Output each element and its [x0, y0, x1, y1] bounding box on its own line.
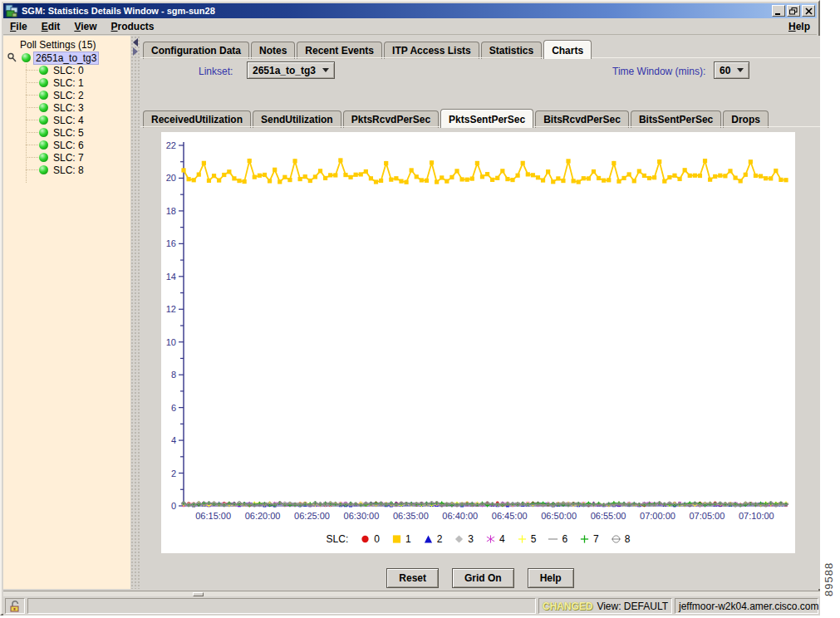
help-button[interactable]: Help — [528, 568, 574, 588]
split-pane-divider[interactable] — [130, 36, 140, 589]
legend-item-label: 8 — [625, 533, 631, 545]
changed-badge: CHANGED — [543, 601, 593, 612]
chart-tab-drops[interactable]: Drops — [723, 110, 769, 128]
green-ball-icon — [39, 128, 48, 137]
view-label: View: DEFAULT — [597, 601, 668, 612]
tree-connector — [26, 70, 38, 71]
tab-charts[interactable]: Charts — [543, 40, 592, 59]
close-icon — [805, 7, 813, 15]
tree-connector — [26, 169, 38, 170]
chart-tab-sendutilization[interactable]: SendUtilization — [253, 110, 341, 128]
app-window: SGM: Statistics Details Window - sgm-sun… — [0, 0, 820, 616]
tree-node-slc-6[interactable]: SLC: 6 — [39, 139, 86, 151]
svg-text:06:40:00: 06:40:00 — [442, 511, 478, 521]
tree-node-label[interactable]: SLC: 8 — [52, 164, 86, 176]
legend-item-label: 2 — [437, 533, 443, 545]
tree-node-label[interactable]: 2651a_to_tg3 — [34, 52, 98, 64]
chart-tab-receivedutilization[interactable]: ReceivedUtilization — [143, 110, 251, 128]
chevron-down-icon — [322, 68, 329, 72]
tree-connector — [26, 157, 38, 158]
svg-text:8: 8 — [171, 370, 176, 380]
legend-item-label: 1 — [405, 533, 411, 545]
tree-node-slc-1[interactable]: SLC: 1 — [39, 76, 86, 89]
tab-configuration-data[interactable]: Configuration Data — [143, 42, 249, 59]
details-panel: Configuration DataNotesRecent EventsITP … — [140, 36, 820, 589]
chart-tab-bitsrcvdpersec[interactable]: BitsRcvdPerSec — [535, 110, 629, 128]
tab-notes[interactable]: Notes — [251, 42, 295, 59]
chart-tab-pktsrcvdpersec[interactable]: PktsRcvdPerSec — [343, 110, 439, 128]
diamond-icon — [453, 533, 465, 545]
window-title: SGM: Statistics Details Window - sgm-sun… — [22, 6, 770, 16]
svg-text:06:50:00: 06:50:00 — [541, 511, 577, 521]
tree-node-slc-7[interactable]: SLC: 7 — [39, 151, 86, 164]
tree-node-label[interactable]: SLC: 1 — [52, 77, 86, 89]
tree-node-slc-4[interactable]: SLC: 4 — [39, 114, 86, 126]
menu-products[interactable]: Products — [111, 21, 155, 32]
tree-node-slc-8[interactable]: SLC: 8 — [39, 164, 86, 176]
main-tab-bar: Configuration DataNotesRecent EventsITP … — [143, 40, 593, 59]
tree-node-label[interactable]: SLC: 7 — [52, 152, 86, 164]
tree-node-slc-3[interactable]: SLC: 3 — [39, 101, 86, 114]
tree-node-label[interactable]: SLC: 3 — [52, 102, 86, 114]
tree-node-label[interactable]: SLC: 4 — [52, 115, 86, 126]
svg-text:4: 4 — [171, 435, 176, 445]
green-ball-icon — [39, 140, 48, 150]
menu-view[interactable]: View — [74, 21, 96, 32]
svg-text:14: 14 — [166, 272, 176, 282]
chart-tab-bitssentpersec[interactable]: BitsSentPerSec — [631, 110, 721, 128]
legend-item-label: 7 — [593, 533, 599, 545]
tab-statistics[interactable]: Statistics — [481, 42, 542, 59]
menu-file[interactable]: File — [10, 21, 27, 32]
collapse-left-icon[interactable] — [133, 38, 138, 47]
tree-header: Poll Settings (15) — [20, 39, 96, 51]
tree-node-label[interactable]: SLC: 6 — [52, 140, 86, 151]
minimize-icon — [774, 7, 783, 15]
tree-expand-handle-icon[interactable] — [7, 52, 18, 64]
tree-node-label[interactable]: SLC: 0 — [52, 65, 86, 76]
chart-series-slc-1 — [181, 158, 788, 184]
legend-item-slc-4: 4 — [484, 533, 505, 545]
chart-tab-pktssentpersec[interactable]: PktsSentPerSec — [440, 109, 533, 128]
svg-text:07:05:00: 07:05:00 — [690, 511, 725, 521]
linkset-dropdown[interactable]: 2651a_to_tg3 — [247, 61, 335, 79]
tab-divider — [140, 57, 820, 58]
expand-right-icon[interactable] — [133, 47, 138, 56]
legend-item-label: 3 — [468, 533, 474, 545]
green-ball-icon — [39, 78, 48, 87]
menu-help[interactable]: Help — [788, 21, 810, 32]
tree-node-label[interactable]: SLC: 5 — [52, 127, 86, 139]
svg-text:12: 12 — [166, 304, 176, 314]
svg-text:22: 22 — [166, 140, 176, 150]
svg-text:07:00:00: 07:00:00 — [640, 511, 675, 521]
legend-item-slc-1: 1 — [391, 533, 411, 545]
svg-text:16: 16 — [166, 238, 176, 248]
restore-button[interactable] — [787, 5, 800, 17]
green-ball-icon — [39, 165, 48, 174]
tree-connector — [26, 95, 38, 96]
tree-node-slc-2[interactable]: SLC: 2 — [39, 89, 86, 101]
restore-icon — [789, 7, 798, 15]
minimize-button[interactable] — [772, 5, 785, 17]
grid-on-button[interactable]: Grid On — [452, 568, 514, 588]
tree-node-slc-5[interactable]: SLC: 5 — [39, 126, 86, 139]
svg-text:0: 0 — [171, 501, 176, 511]
circle-dash-icon — [610, 533, 622, 545]
green-ball-icon — [39, 91, 48, 100]
close-button[interactable] — [802, 5, 815, 17]
reset-button[interactable]: Reset — [386, 568, 439, 588]
menu-edit[interactable]: Edit — [42, 21, 61, 32]
legend-item-label: 5 — [531, 533, 537, 545]
time-window-dropdown[interactable]: 60 — [714, 61, 749, 79]
svg-text:06:45:00: 06:45:00 — [492, 511, 528, 521]
tab-recent-events[interactable]: Recent Events — [297, 42, 382, 59]
tree-node-label[interactable]: SLC: 2 — [52, 90, 86, 101]
svg-text:06:30:00: 06:30:00 — [344, 511, 380, 521]
tree-node-linkset[interactable]: 2651a_to_tg3 — [7, 52, 98, 64]
horizontal-scrollbar[interactable] — [3, 591, 820, 596]
legend-item-label: 4 — [499, 533, 505, 545]
tab-itp-access-lists[interactable]: ITP Access Lists — [384, 42, 479, 59]
tree-node-slc-0[interactable]: SLC: 0 — [39, 64, 86, 76]
legend-label: SLC: — [327, 533, 349, 545]
green-ball-icon — [39, 115, 48, 125]
legend-item-slc-2: 2 — [422, 533, 443, 545]
